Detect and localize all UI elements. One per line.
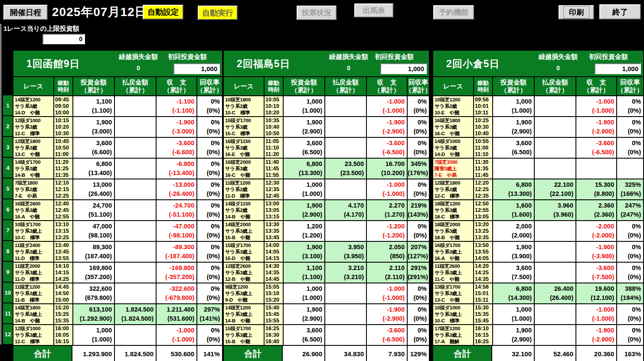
run-time-cell: 10:3510:4010:50 (264, 117, 283, 137)
race-row[interactable]: 14頭ダ1000サラ系3歳14-D や難10:5511:0011:103,600… (433, 138, 643, 159)
horse-entry-table-button: 出馬表 (354, 3, 393, 17)
race-row[interactable]: 10頭ダ1000サラ系3歳上10-C 標準15:3015:3515:451,00… (433, 304, 643, 325)
payout-cell: 3.950(3.950) (324, 242, 366, 262)
rate-cell: 0%(0%) (616, 96, 643, 116)
venue-header: 2回小倉5日 繰越損失金額 0 初回投資金額 (433, 51, 643, 77)
race-row[interactable]: 15頭ダ1700サラ系3歳上15-B や難16:2516:3016:403,60… (224, 325, 429, 346)
rate-cell: 0%(0%) (196, 325, 222, 345)
race-row[interactable]: 12頭ダ1000サラ系3歳上12-C 標準16:0016:0516:151,00… (13, 325, 222, 346)
row-number: 3 (3, 137, 13, 158)
balance-cell: -1.000(-1.000) (575, 96, 616, 116)
balance-cell: -3.600(-6.500) (366, 138, 407, 158)
rate-cell (616, 159, 643, 179)
race-row[interactable]: 11頭芝1200サラ系2歳11-D 標準12:3012:3512:451,000… (224, 179, 429, 200)
race-row[interactable]: 16頭芝2600サラ系3歳16-A や難12:4012:4512:5524,70… (13, 200, 222, 221)
payout-cell (114, 117, 156, 137)
race-row[interactable]: 14頭ダ1700サラ系3歳14-B や難11:2011:2511:356,800… (13, 159, 222, 179)
race-info-cell: 7頭芝3390障害3歳上7-E や易 (433, 159, 473, 179)
race-info-cell: 13頭ダ1700サラ系3歳上13-C や難 (433, 283, 473, 303)
column-header-time: 稼動時刻 (473, 77, 492, 95)
initial-investment-input[interactable] (380, 63, 427, 74)
race-row[interactable]: 16頭ダ1150サラ系3歳16-E や難11:0511:1011:203,600… (224, 138, 429, 159)
column-header-balance: 収 支（累計） (575, 77, 616, 95)
race-row[interactable]: 16頭芝1800サラ系3歳16-C や難10:2510:3010:401,900… (433, 117, 643, 138)
invest-cell: 1,000(1.000) (283, 283, 324, 303)
payout-cell: 3.210(3.210) (324, 263, 366, 283)
total-row: 合計 26.900 34.830 7.930 129% (224, 346, 429, 361)
race-row[interactable]: 14頭芝2000サラ系3歳上15-B や難13:3013:3513:451,20… (224, 221, 429, 242)
run-time-cell: 15:3015:3515:45 (473, 304, 492, 324)
race-info-cell: 11頭ダ2400サラ系3歳上11-D 標準 (13, 242, 53, 262)
total-row: 合計 1.293.900 1.824.500 530.600 141% (13, 346, 222, 361)
race-row[interactable]: 16頭芝2000サラ系3歳16-C や難11:4011:4511:556,800… (224, 159, 429, 179)
race-row[interactable]: 9頭芝1200サラ系3歳上9-D や難15:0515:1015:201,000(… (224, 283, 429, 304)
race-row[interactable]: 10頭ダ1700サラ系3歳上10-C 標準13:1013:1513:2547,0… (13, 221, 222, 242)
race-row[interactable]: 10頭芝1200サラ系2歳10-E や難09:5610:0110:111,000… (433, 96, 643, 117)
race-row[interactable]: 17頭芝1200サラ系3歳上17-A 難解16:1016:1516:251,90… (433, 325, 643, 346)
per-race-limit-input[interactable] (42, 34, 85, 44)
race-row[interactable]: 12頭芝1800サラ系2歳12-C 標準12:2012:2512:356,800… (433, 179, 643, 200)
race-info-cell: 18頭芝2000サラ系3歳18-B や難 (433, 221, 473, 241)
race-row[interactable]: 14頭芝1200サラ系3歳14-D や難09:4509:5010:001,100… (13, 96, 222, 117)
column-header-payout: 払戻金額（累計） (534, 77, 575, 95)
rate-cell: 0%(0%) (616, 304, 643, 324)
run-time-cell: 12:5012:5513:05 (473, 200, 492, 220)
balance-cell: -1.000(-1.000) (575, 304, 616, 324)
schedule-button[interactable]: 開催日程 (3, 5, 48, 20)
race-row[interactable]: 12頭芝1800サラ系3歳13-C や難10:4510:5011:003,600… (13, 138, 222, 159)
rate-cell: 345%(176%) (407, 159, 429, 179)
race-row[interactable]: 12頭ダ1000サラ系3歳12-C 標準10:1510:2010:301,900… (13, 117, 222, 138)
race-row[interactable]: 16頭ダ1700サラ系3歳上16-A や難13:5013:5514:051,90… (433, 242, 643, 263)
race-row[interactable]: 11頭芝2600サラ系3歳上11-C や難14:2014:2514:353,60… (433, 263, 643, 283)
run-time-cell: 13:1013:1513:25 (53, 221, 72, 241)
row-number: 6 (3, 199, 13, 220)
race-row[interactable]: 10頭芝1800サラ系2歳10-C 標準10:0510:1010:201,000… (224, 96, 429, 117)
race-row[interactable]: 11頭ダ2400サラ系3歳上11-D 標準13:4013:4513:5589,3… (13, 242, 222, 263)
auto-execute-button[interactable]: 自動実行 (198, 6, 238, 20)
race-row[interactable]: 14頭ダ1150サラ系2歳14-B や難13:0013:0513:151,900… (224, 200, 429, 221)
column-header-invest: 投資金額（累計） (492, 77, 534, 95)
payout-cell (534, 138, 575, 158)
invest-cell: 24,700(51.100) (72, 200, 114, 220)
invest-cell: 1,100(1.100) (283, 263, 324, 283)
balance-cell: -3.600(-7.500) (575, 263, 616, 283)
race-row[interactable]: 11頭芝2000サラ系3歳上11-D 標準14:1014:1514:25169,… (13, 263, 222, 283)
rate-cell: 219%(143%) (407, 200, 429, 220)
invest-cell: 1,900(3.000) (72, 117, 114, 137)
payout-cell (114, 138, 156, 158)
rate-cell: 0%(0%) (616, 138, 643, 158)
race-row[interactable]: 15頭ダ1700サラ系3歳15-C 標準10:3510:4010:501,900… (224, 117, 429, 138)
race-row[interactable]: 18頭芝1200サラ系3歳18-C 標準12:5012:5513:051,600… (433, 200, 643, 221)
payout-cell (114, 221, 156, 241)
auto-setting-button[interactable]: 自動設定 (143, 5, 183, 20)
run-time-cell: 11:3011:3511:45 (473, 159, 492, 179)
race-row[interactable]: 18頭芝2000サラ系3歳18-B や難13:2013:2513:352,000… (433, 221, 643, 242)
initial-investment-label: 初回投資金額 (155, 53, 220, 61)
race-row[interactable]: 13頭ダ1700サラ系3歳上13-C や難14:5615:0115:116,80… (433, 283, 643, 304)
race-info-cell: 16頭芝2000サラ系3歳16-C や難 (224, 159, 264, 179)
balance-cell: -6.800(-13.400) (156, 159, 196, 179)
rate-cell: 0%(0%) (196, 221, 222, 241)
invest-cell: 1,900(3.100) (283, 242, 324, 262)
race-row[interactable]: 14頭芝1800サラ系3歳上14-B や難15:2015:2515:35613,… (13, 304, 222, 325)
race-row[interactable]: 12頭芝2600サラ系3歳上12-B や難14:3014:3514:451,10… (224, 263, 429, 283)
initial-investment: 初回投資金額 (362, 53, 427, 74)
invest-cell (492, 159, 534, 179)
race-row[interactable]: 7頭芝1800サラ系2歳7-E や易12:1012:1512:2513,000(… (13, 179, 222, 200)
balance-cell: 16.700(10.200) (366, 159, 407, 179)
print-button[interactable]: 印刷 (559, 5, 594, 20)
row-number: 4 (3, 158, 13, 179)
race-row[interactable]: 15頭ダ1700サラ系3歳上15-D や難14:0014:0514:151,90… (224, 242, 429, 263)
payout-cell (114, 283, 156, 303)
invest-cell: 6,800(14.300) (492, 283, 534, 303)
rate-cell: 0%(0%) (196, 179, 222, 199)
race-info-cell: 14頭芝1200サラ系3歳上14-B や難 (224, 304, 264, 324)
initial-investment-input[interactable] (173, 63, 220, 74)
exit-button[interactable]: 終了 (599, 4, 641, 20)
race-row[interactable]: 7頭芝3390障害3歳上7-E や易11:3011:3511:45 (433, 159, 643, 179)
initial-investment-input[interactable] (595, 63, 641, 74)
race-row[interactable]: 11頭芝1200サラ系3歳上11-B 標準14:4514:5015:00322,… (13, 283, 222, 304)
race-info-cell: 10頭芝1800サラ系2歳10-C 標準 (224, 96, 264, 116)
race-info-cell: 15頭ダ1700サラ系3歳15-C 標準 (224, 117, 264, 137)
race-row[interactable]: 14頭芝1200サラ系3歳上14-B や難15:4015:4515:551,90… (224, 304, 429, 325)
